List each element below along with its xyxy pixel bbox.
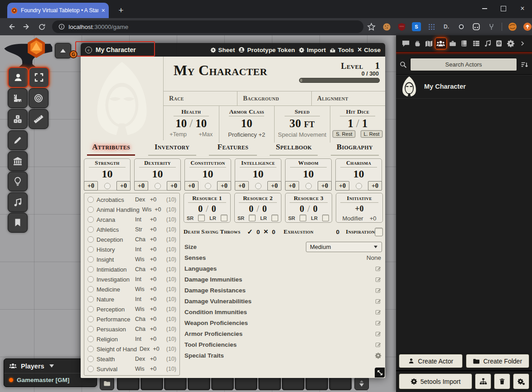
sr-checkbox[interactable]	[300, 215, 306, 221]
tab-features[interactable]: Features	[203, 143, 263, 156]
skill-proficiency-radio[interactable]	[87, 206, 94, 213]
skill-row[interactable]: Intimidation Cha +0 (10)	[87, 265, 176, 274]
macro-slot[interactable]	[282, 377, 305, 390]
url-field[interactable]: localhost:30000/game	[52, 20, 363, 33]
window-minimize-button[interactable]	[475, 0, 494, 17]
race-field[interactable]: Race	[164, 91, 237, 105]
skill-proficiency-radio[interactable]	[87, 326, 94, 332]
initiative-value[interactable]: +0	[336, 204, 382, 214]
temp-hp-label[interactable]: +Temp	[169, 131, 187, 138]
delete-button[interactable]	[494, 373, 510, 389]
macro-slot[interactable]	[211, 377, 234, 390]
initiative-block[interactable]: Initiative +0 Modifier+0	[336, 193, 383, 223]
ability-score[interactable]: 10	[135, 168, 180, 179]
skill-row[interactable]: Investigation Int +0 (10)	[87, 275, 176, 284]
sr-checkbox[interactable]	[198, 215, 205, 221]
edit-icon[interactable]	[375, 287, 382, 293]
size-select[interactable]: Medium	[306, 242, 382, 252]
skill-proficiency-radio[interactable]	[87, 336, 94, 342]
ability-block[interactable]: Wisdom 10 +0 +0	[285, 158, 332, 191]
trait-row-senses[interactable]: Senses None	[184, 252, 383, 263]
token-controls-button[interactable]	[8, 67, 29, 88]
save-proficiency-radio[interactable]	[205, 183, 211, 189]
profile-avatar[interactable]	[508, 22, 517, 31]
skill-proficiency-radio[interactable]	[87, 346, 94, 352]
d-extension-icon[interactable]: D.	[442, 22, 451, 31]
save-proficiency-radio[interactable]	[356, 183, 362, 189]
import-button[interactable]: Import	[299, 47, 326, 53]
tab-inventory[interactable]: Inventory	[141, 143, 202, 156]
resource-value[interactable]: 0/0	[184, 204, 230, 214]
macro-slot[interactable]	[235, 377, 257, 390]
ability-mod[interactable]: +0	[318, 181, 332, 191]
eye-extension-icon[interactable]	[457, 22, 466, 31]
skill-proficiency-radio[interactable]	[87, 306, 94, 312]
ability-block[interactable]: Dexterity 10 +0 +0	[134, 158, 181, 191]
dice-tray-button[interactable]	[8, 109, 28, 129]
macro-slot[interactable]	[305, 377, 328, 390]
skill-row[interactable]: Persuasion Cha +0 (10)	[87, 325, 176, 334]
death-success-icon[interactable]: ✓	[247, 228, 253, 236]
skill-row[interactable]: Deception Cha +0 (10)	[87, 235, 176, 244]
skill-proficiency-radio[interactable]	[87, 216, 94, 223]
ability-save[interactable]: +0	[335, 181, 349, 191]
sort-icon[interactable]	[520, 61, 528, 69]
tab-items[interactable]	[447, 38, 458, 49]
tab-playlists[interactable]	[482, 38, 493, 49]
ability-save[interactable]: +0	[184, 181, 198, 191]
ability-save[interactable]: +0	[134, 181, 148, 191]
window-resize-handle[interactable]	[375, 368, 385, 378]
ability-save[interactable]: +0	[235, 181, 249, 191]
game-canvas[interactable]: Players Gamemaster [GM] G c My Character	[0, 35, 532, 392]
tab-biography[interactable]: Biography	[324, 143, 385, 156]
ability-score[interactable]: 10	[336, 168, 382, 179]
notes-controls-button[interactable]	[8, 213, 28, 233]
drawing-tools-button[interactable]	[8, 130, 28, 150]
controls-collapse-button[interactable]	[55, 43, 71, 58]
skill-proficiency-radio[interactable]	[87, 256, 94, 263]
skill-row[interactable]: Medicine Wis +0 (10)	[87, 285, 176, 294]
ability-score[interactable]: 10	[285, 168, 331, 179]
skill-row[interactable]: Religion Int +0 (10)	[87, 335, 176, 344]
inspiration-checkbox[interactable]	[375, 228, 383, 236]
journal-notes-button[interactable]	[8, 151, 28, 171]
temp-max-label[interactable]: +Max	[198, 131, 213, 138]
lighting-controls-button[interactable]	[8, 172, 28, 191]
save-proficiency-radio[interactable]	[305, 183, 312, 189]
resource-value[interactable]: 0/0	[285, 204, 332, 214]
tab-combat[interactable]	[412, 38, 423, 49]
macro-slot[interactable]	[258, 377, 281, 390]
alignment-field[interactable]: Alignment	[311, 91, 385, 105]
skill-proficiency-radio[interactable]	[87, 276, 94, 282]
modifier-value[interactable]: +0	[370, 215, 377, 222]
skill-row[interactable]: Stealth Dex +0 (10)	[87, 354, 176, 363]
tab-rollable-tables[interactable]	[471, 38, 482, 49]
s-extension-icon[interactable]: S	[412, 22, 421, 31]
edit-icon[interactable]	[375, 298, 382, 304]
template-tool-button[interactable]	[29, 88, 48, 108]
death-fail-count[interactable]: 0	[268, 229, 279, 235]
death-fail-icon[interactable]: ×	[264, 227, 268, 236]
death-success-count[interactable]: 0	[253, 229, 264, 235]
ability-mod[interactable]: +0	[116, 181, 131, 191]
skill-proficiency-radio[interactable]	[87, 366, 94, 372]
bookmark-star-icon[interactable]	[367, 23, 376, 31]
forward-button[interactable]	[19, 20, 34, 33]
long-rest-button[interactable]: L. Rest	[361, 130, 383, 138]
skill-row[interactable]: Nature Int +0 (10)	[87, 295, 176, 304]
skill-proficiency-radio[interactable]	[87, 236, 94, 243]
skill-proficiency-radio[interactable]	[87, 316, 94, 322]
exhaustion-value[interactable]: 0	[314, 229, 339, 235]
macro-folder-button[interactable]	[100, 377, 114, 390]
save-proficiency-radio[interactable]	[104, 183, 111, 189]
back-button[interactable]	[4, 20, 19, 33]
sidebar-collapse-button[interactable]	[517, 38, 528, 49]
window-titlebar[interactable]: c My Character Sheet Prototype Token Imp…	[81, 43, 385, 57]
macro-slot[interactable]	[140, 377, 163, 390]
lr-checkbox[interactable]	[322, 215, 329, 221]
configure-button[interactable]	[513, 373, 529, 389]
resource-value[interactable]: 0/0	[235, 204, 281, 214]
tab-spellbook[interactable]: Spellbook	[263, 143, 324, 156]
short-rest-button[interactable]: S. Rest	[333, 130, 355, 138]
grid-extension-icon[interactable]	[427, 22, 436, 31]
